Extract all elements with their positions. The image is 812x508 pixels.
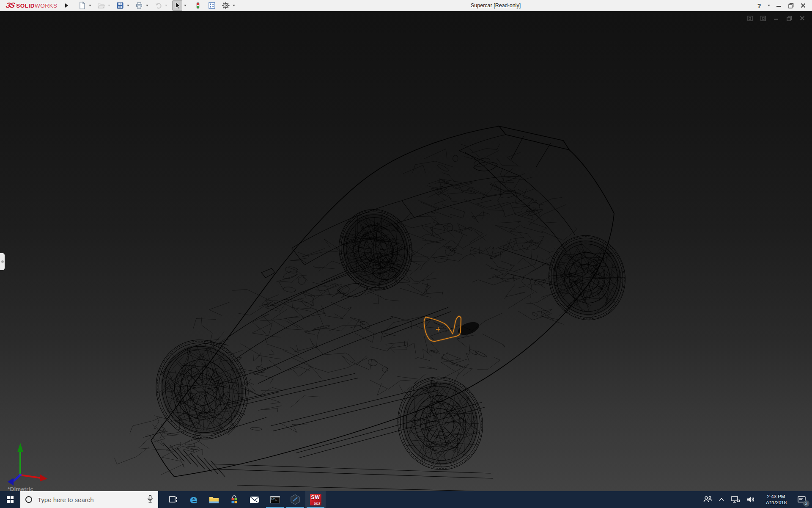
save-button[interactable] bbox=[115, 0, 125, 11]
task-view-button[interactable] bbox=[163, 491, 184, 508]
volume-button[interactable] bbox=[743, 491, 758, 508]
notification-badge: 3 bbox=[803, 500, 809, 507]
edge-icon: e bbox=[190, 494, 198, 505]
search-placeholder: Type here to search bbox=[38, 496, 146, 503]
mail-envelope-icon bbox=[249, 494, 260, 505]
document-window-controls bbox=[746, 14, 806, 22]
minimize-button[interactable] bbox=[774, 1, 783, 10]
flyout-dot-icon bbox=[1, 260, 4, 263]
taskbar-icon-hexagon-app[interactable] bbox=[285, 491, 305, 508]
people-button[interactable] bbox=[700, 491, 715, 508]
action-center-button[interactable]: 3 bbox=[794, 491, 810, 508]
new-document-icon bbox=[78, 1, 86, 10]
restore-button[interactable] bbox=[786, 1, 796, 10]
people-icon bbox=[702, 494, 713, 505]
windows-logo-icon bbox=[7, 496, 14, 503]
rebuild-button[interactable] bbox=[193, 0, 203, 11]
close-icon bbox=[800, 3, 806, 8]
speaker-icon bbox=[746, 494, 756, 505]
file-explorer-icon bbox=[208, 494, 219, 505]
close-icon bbox=[799, 15, 805, 21]
select-tool-caret[interactable] bbox=[183, 0, 187, 11]
undo-icon bbox=[154, 1, 162, 10]
solidworks-2017-icon: SW 2017 bbox=[310, 494, 321, 505]
new-document-caret[interactable] bbox=[88, 0, 92, 11]
minimize-icon bbox=[776, 3, 782, 8]
properties-list-icon bbox=[208, 1, 216, 10]
save-caret[interactable] bbox=[126, 0, 130, 11]
taskbar-icon-edge[interactable]: e bbox=[184, 491, 204, 508]
restore-icon bbox=[786, 15, 793, 22]
traffic-light-icon bbox=[194, 1, 202, 10]
clock-time: 2:43 PM bbox=[760, 494, 792, 500]
start-button[interactable] bbox=[0, 491, 20, 508]
system-tray: 2:43 PM 7/11/2018 3 bbox=[700, 491, 812, 508]
chevron-up-icon bbox=[718, 496, 725, 503]
close-button[interactable] bbox=[798, 1, 808, 10]
taskbar-icon-file-explorer[interactable] bbox=[204, 491, 224, 508]
microphone-icon[interactable] bbox=[146, 494, 154, 505]
options-caret[interactable] bbox=[232, 0, 236, 11]
car-wireframe[interactable] bbox=[0, 11, 812, 491]
window-title: Supercar [Read-only] bbox=[471, 0, 521, 11]
select-tool-button[interactable] bbox=[172, 0, 182, 11]
print-button[interactable] bbox=[134, 0, 144, 11]
network-button[interactable] bbox=[728, 491, 743, 508]
view-orientation-label: *Dimetric bbox=[8, 486, 33, 491]
orientation-triad[interactable] bbox=[1, 434, 56, 489]
doc-restore-button[interactable] bbox=[785, 14, 793, 22]
doc-window-right-button[interactable] bbox=[759, 14, 767, 22]
options-button[interactable] bbox=[221, 0, 231, 11]
tray-overflow-button[interactable] bbox=[715, 491, 728, 508]
restore-icon bbox=[788, 3, 794, 9]
new-document-button[interactable] bbox=[77, 0, 87, 11]
store-icon bbox=[229, 494, 239, 505]
menu-flyout-button[interactable] bbox=[62, 1, 71, 10]
solidworks-logo: ЗS SOLIDWORKS bbox=[0, 1, 62, 10]
gear-icon bbox=[222, 1, 230, 10]
taskbar-icon-solidworks[interactable]: SW 2017 bbox=[305, 491, 326, 508]
hexagon-app-icon bbox=[290, 494, 301, 505]
titlebar: ЗS SOLIDWORKS bbox=[0, 0, 812, 11]
help-caret[interactable] bbox=[767, 0, 771, 11]
undo-caret[interactable] bbox=[164, 0, 168, 11]
cursor-arrow-icon bbox=[173, 1, 181, 10]
open-button[interactable] bbox=[96, 0, 106, 11]
task-view-icon bbox=[168, 494, 178, 505]
graphics-area[interactable]: *Dimetric bbox=[0, 11, 812, 491]
featuremanager-flyout-tab[interactable] bbox=[0, 253, 5, 270]
clock-date: 7/11/2018 bbox=[760, 500, 792, 505]
doc-window-icon bbox=[747, 15, 753, 22]
solidworks-3s-icon: ЗS bbox=[5, 1, 16, 10]
help-button[interactable]: ? bbox=[754, 1, 764, 10]
undo-button[interactable] bbox=[153, 0, 163, 11]
command-prompt-icon: C:\_ bbox=[270, 496, 280, 503]
right-triangle-icon bbox=[65, 3, 68, 8]
network-ethernet-icon bbox=[730, 494, 741, 505]
doc-window-left-button[interactable] bbox=[746, 14, 754, 22]
open-folder-icon bbox=[97, 1, 105, 10]
cortana-icon bbox=[25, 496, 32, 503]
taskbar-icon-store[interactable] bbox=[224, 491, 244, 508]
minimize-icon bbox=[773, 15, 779, 21]
doc-minimize-button[interactable] bbox=[772, 14, 780, 22]
print-caret[interactable] bbox=[145, 0, 149, 11]
taskbar-icon-command-prompt[interactable]: C:\_ bbox=[265, 491, 285, 508]
taskbar: Type here to search e bbox=[0, 491, 812, 508]
file-properties-button[interactable] bbox=[207, 0, 217, 11]
taskbar-search-input[interactable]: Type here to search bbox=[20, 491, 158, 508]
print-icon bbox=[135, 1, 143, 10]
taskbar-icon-mail[interactable] bbox=[244, 491, 265, 508]
open-caret[interactable] bbox=[107, 0, 111, 11]
taskbar-clock[interactable]: 2:43 PM 7/11/2018 bbox=[758, 494, 794, 505]
doc-close-button[interactable] bbox=[798, 14, 806, 22]
doc-window-icon bbox=[760, 15, 766, 22]
save-floppy-icon bbox=[116, 1, 124, 10]
